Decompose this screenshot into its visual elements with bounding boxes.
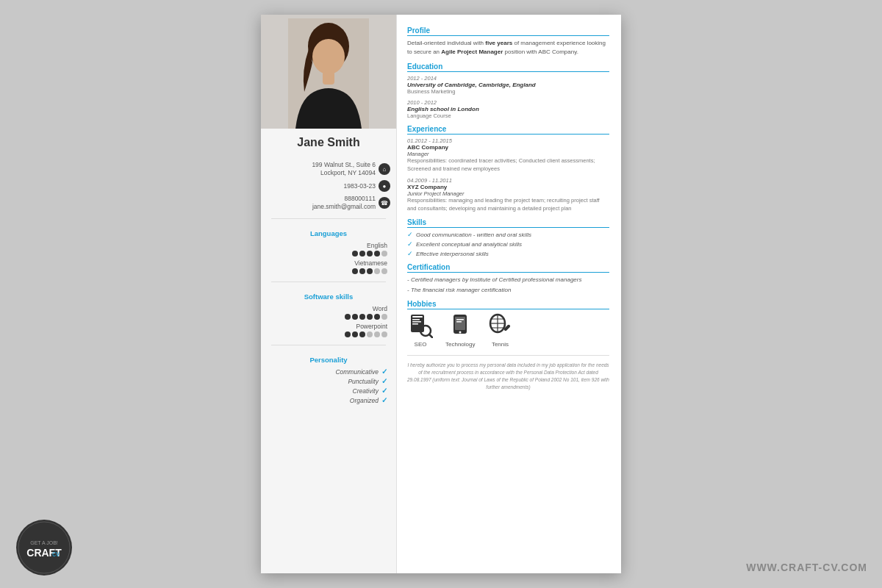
personality-heading: Personality xyxy=(261,356,396,364)
birthday-icon: ● xyxy=(379,180,390,192)
edu-school-1: University of Cambridge, Cambridge, Engl… xyxy=(407,82,609,88)
divider-1 xyxy=(271,218,386,219)
divider-3 xyxy=(271,345,386,345)
svg-rect-3 xyxy=(323,71,334,85)
candidate-name: Jane Smith xyxy=(268,136,389,149)
personality-communicative: Communicative ✓ xyxy=(261,367,396,376)
home-icon: ⌂ xyxy=(379,163,390,175)
lang-vietnamese: Vietnamese xyxy=(261,258,396,276)
skill-item-3: ✓ Effective interpersonal skills xyxy=(407,250,609,257)
hobby-technology: Technology xyxy=(445,312,475,348)
edu-item-2: 2010 - 2012 English school in London Lan… xyxy=(407,99,609,119)
hobbies-heading: Hobbies xyxy=(407,300,609,309)
lang-english-label: English xyxy=(270,242,387,249)
exp-item-1: 01.2012 - 11.2015 ABC Company Manager Re… xyxy=(407,137,609,173)
lang-english: English xyxy=(261,240,396,258)
cert-text-1: - Certified managers by Institute of Cer… xyxy=(407,276,609,284)
lang-english-dots xyxy=(270,251,387,257)
hobby-tennis-label: Tennis xyxy=(492,341,509,348)
watermark: WWW.CRAFT-CV.COM xyxy=(746,562,867,573)
skill-word-label: Word xyxy=(270,305,387,312)
skill-word: Word xyxy=(261,304,396,321)
edu-year-2: 2010 - 2012 xyxy=(407,99,609,106)
skill-item-1: ✓ Good communication - written and oral … xyxy=(407,231,609,238)
svg-rect-5 xyxy=(412,316,423,318)
person-photo-icon xyxy=(288,18,369,129)
skill-word-dots xyxy=(270,314,387,320)
skill-powerpoint-dots xyxy=(270,331,387,337)
svg-rect-12 xyxy=(455,317,465,330)
svg-text:cv: cv xyxy=(52,550,60,558)
exp-company-1: ABC Company xyxy=(407,144,609,151)
skill-item-2: ✓ Excellent conceptual and analytical sk… xyxy=(407,240,609,248)
exp-date-1: 01.2012 - 11.2015 xyxy=(407,137,609,144)
edu-degree-1: Business Marketing xyxy=(407,88,609,95)
edu-item-1: 2012 - 2014 University of Cambridge, Cam… xyxy=(407,75,609,95)
check-icon: ✓ xyxy=(381,396,387,404)
address-contact: 199 Walnut St., Suite 6 Lockport, NY 140… xyxy=(261,159,396,179)
photo-area xyxy=(261,15,396,129)
skill-powerpoint-label: Powerpoint xyxy=(270,323,387,330)
svg-rect-15 xyxy=(456,321,462,323)
lang-vietnamese-dots xyxy=(270,268,387,274)
exp-date-2: 04.2009 - 11.2011 xyxy=(407,177,609,184)
edu-school-2: English school in London xyxy=(407,106,609,112)
name-section: Jane Smith xyxy=(261,129,396,159)
profile-text: Detail-oriented individual with five yea… xyxy=(407,39,609,57)
hobby-technology-label: Technology xyxy=(445,341,475,348)
profile-heading: Profile xyxy=(407,26,609,36)
check-icon: ✓ xyxy=(407,231,413,238)
footer-authorization: I hereby authorize you to process my per… xyxy=(407,355,609,390)
resume-document: Jane Smith 199 Walnut St., Suite 6 Lockp… xyxy=(261,15,621,573)
exp-item-2: 04.2009 - 11.2011 XYZ Company Junior Pro… xyxy=(407,177,609,212)
seo-icon xyxy=(407,312,434,339)
craft-logo: GET A JOB! CRAFT cv xyxy=(15,518,74,577)
personality-punctuality: Punctuality ✓ xyxy=(261,376,396,386)
address-text: 199 Walnut St., Suite 6 Lockport, NY 140… xyxy=(312,161,376,177)
tennis-icon xyxy=(487,312,513,339)
svg-rect-8 xyxy=(412,323,418,325)
edu-degree-2: Language Course xyxy=(407,112,609,119)
svg-rect-6 xyxy=(412,319,420,320)
exp-role-2: Junior Project Manager xyxy=(407,190,609,197)
hobby-seo: SEO xyxy=(407,312,434,348)
svg-text:GET A JOB!: GET A JOB! xyxy=(30,540,58,545)
right-column: Profile Detail-oriented individual with … xyxy=(397,15,621,573)
software-skills-heading: Software skills xyxy=(261,293,396,301)
svg-point-13 xyxy=(459,331,462,334)
hobbies-row: SEO Technology xyxy=(407,312,609,348)
personality-organized: Organized ✓ xyxy=(261,395,396,405)
svg-rect-14 xyxy=(456,319,464,320)
svg-point-2 xyxy=(312,39,345,74)
edu-year-1: 2012 - 2014 xyxy=(407,75,609,82)
exp-desc-2: Responsibilities: managing and leading t… xyxy=(407,197,609,212)
skill-text-2: Excellent conceptual and analytical skil… xyxy=(416,241,522,248)
lang-vietnamese-label: Vietnamese xyxy=(270,259,387,267)
languages-heading: Languages xyxy=(261,229,396,237)
technology-icon xyxy=(447,312,473,339)
phone-icon: ☎ xyxy=(379,197,390,209)
check-icon: ✓ xyxy=(381,368,387,376)
personality-creativity: Creativity ✓ xyxy=(261,386,396,395)
check-icon: ✓ xyxy=(407,240,413,248)
hobby-tennis: Tennis xyxy=(487,312,513,348)
phone-email-contact: 888000111 jane.smith@gmail.com ☎ xyxy=(261,193,396,212)
svg-rect-7 xyxy=(412,321,421,323)
exp-desc-1: Responsibilities: coordinated tracer act… xyxy=(407,157,609,173)
certification-heading: Certification xyxy=(407,263,609,273)
divider-2 xyxy=(271,282,386,282)
skill-text-1: Good communication - written and oral sk… xyxy=(416,232,531,238)
exp-role-1: Manager xyxy=(407,151,609,157)
cert-text-2: - The financial risk manager certificati… xyxy=(407,286,609,294)
left-column: Jane Smith 199 Walnut St., Suite 6 Lockp… xyxy=(261,15,397,573)
svg-line-10 xyxy=(429,334,432,337)
hobby-seo-label: SEO xyxy=(415,341,427,348)
check-icon: ✓ xyxy=(407,250,413,257)
skills-heading: Skills xyxy=(407,218,609,228)
check-icon: ✓ xyxy=(381,377,387,385)
skill-text-3: Effective interpersonal skills xyxy=(416,251,489,257)
exp-company-2: XYZ Company xyxy=(407,184,609,190)
education-heading: Education xyxy=(407,62,609,72)
experience-heading: Experience xyxy=(407,125,609,135)
skill-powerpoint: Powerpoint xyxy=(261,321,396,339)
